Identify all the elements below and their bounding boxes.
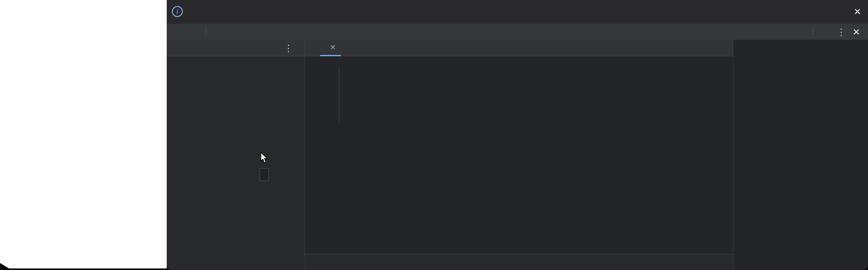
open-file-tabs: ✕ [320, 40, 341, 56]
navigator-pane: ⋮ [167, 40, 305, 270]
toolbar-divider [813, 28, 813, 36]
info-icon: i [172, 6, 183, 17]
devtools-window: i ✕ ⋮ ✕ ⋮ ✕ [167, 0, 868, 270]
devtools-menu-button[interactable]: ⋮ [837, 27, 846, 37]
close-icon: ✕ [854, 7, 861, 17]
mouse-cursor-icon [260, 152, 268, 164]
devtools-close-button[interactable]: ✕ [852, 27, 860, 37]
toolbar-divider [206, 28, 206, 36]
browser-page-background [0, 0, 167, 268]
navigator-tabstrip: ⋮ [167, 40, 305, 56]
kebab-menu-icon: ⋮ [837, 27, 846, 37]
devtools-main-toolbar: ⋮ ✕ [167, 24, 868, 40]
sources-panel: ⋮ ✕ [167, 40, 868, 270]
editor-pane: ✕ [305, 40, 733, 270]
language-infobar: i ✕ [167, 0, 868, 24]
editor-status-bar [305, 254, 733, 270]
tab-close-icon[interactable]: ✕ [330, 43, 336, 52]
kebab-menu-icon: ⋮ [284, 43, 293, 53]
close-icon: ✕ [852, 27, 860, 37]
tab-script-js[interactable]: ✕ [320, 40, 341, 56]
editor-tabstrip: ✕ [305, 40, 733, 56]
indent-guide [339, 66, 339, 122]
navigator-menu-button[interactable]: ⋮ [284, 43, 293, 54]
debugger-sidebar [733, 40, 868, 270]
infobar-close-button[interactable]: ✕ [854, 7, 861, 17]
code-editor[interactable] [305, 56, 733, 254]
debugger-controls [734, 40, 868, 56]
file-path-tooltip [260, 168, 269, 181]
